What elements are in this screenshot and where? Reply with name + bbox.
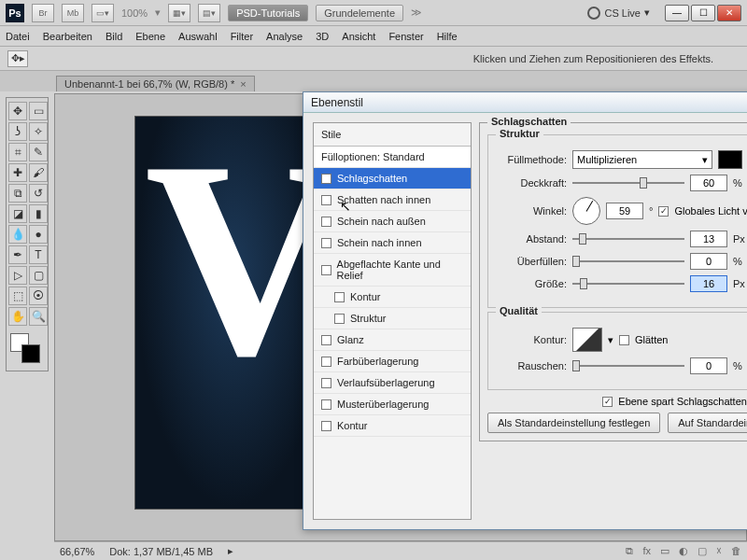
noise-input[interactable]: 0 — [690, 357, 727, 374]
history-brush-tool[interactable]: ↺ — [29, 184, 48, 203]
opacity-slider[interactable] — [572, 176, 684, 189]
style-bevel-texture[interactable]: Struktur — [314, 308, 471, 329]
size-input[interactable]: 16 — [690, 275, 727, 292]
pen-tool[interactable]: ✒ — [8, 245, 27, 264]
workspace-grundelemente[interactable]: Grundelemente — [316, 5, 403, 21]
reset-default-button[interactable]: Auf Standardeinstell — [668, 413, 747, 433]
eyedropper-tool[interactable]: ✎ — [29, 143, 48, 161]
checkbox-icon[interactable] — [321, 217, 331, 227]
checkbox-icon[interactable] — [321, 265, 331, 275]
stamp-tool[interactable]: ⧉ — [8, 184, 27, 203]
knockout-checkbox[interactable] — [602, 397, 613, 407]
dialog-title[interactable]: Ebenenstil — [303, 92, 747, 113]
menu-ansicht[interactable]: Ansicht — [342, 31, 375, 42]
style-outer-glow[interactable]: Schein nach außen — [314, 211, 471, 232]
angle-dial[interactable] — [572, 197, 600, 225]
top-zoom-label[interactable]: 100% — [121, 7, 148, 19]
distance-slider[interactable] — [572, 232, 684, 245]
style-inner-glow[interactable]: Schein nach innen — [314, 232, 471, 254]
checkbox-icon[interactable] — [334, 314, 345, 324]
spread-input[interactable]: 0 — [690, 253, 727, 270]
type-tool[interactable]: T — [29, 245, 48, 264]
menu-auswahl[interactable]: Auswahl — [178, 31, 218, 42]
workspace-psd-tutorials[interactable]: PSD-Tutorials — [228, 5, 308, 21]
extras-icon[interactable]: ▤▾ — [198, 4, 220, 22]
status-icon[interactable]: fx — [642, 545, 651, 557]
hand-tool[interactable]: ✋ — [8, 307, 27, 326]
style-bevel[interactable]: Abgeflachte Kante und Relief — [314, 254, 471, 287]
blur-tool[interactable]: 💧 — [8, 225, 27, 244]
angle-input[interactable]: 59 — [606, 203, 643, 219]
chevrons-icon[interactable]: ≫ — [411, 7, 422, 19]
cs-live[interactable]: CS Live▾ — [587, 7, 650, 20]
3d-tool[interactable]: ⬚ — [8, 287, 27, 305]
style-satin[interactable]: Glanz — [314, 329, 471, 351]
status-icon[interactable]: ▢ — [698, 545, 707, 557]
marquee-tool[interactable]: ▭ — [29, 102, 48, 120]
status-icon[interactable]: ⧉ — [626, 545, 633, 557]
checkbox-icon[interactable] — [321, 421, 331, 431]
checkbox-icon[interactable] — [321, 174, 331, 184]
checkbox-icon[interactable] — [334, 292, 345, 302]
3d-camera-tool[interactable]: ⦿ — [29, 287, 48, 305]
menu-fenster[interactable]: Fenster — [388, 31, 423, 42]
size-slider[interactable] — [572, 277, 684, 290]
contour-picker[interactable] — [572, 328, 602, 352]
style-pattern-overlay[interactable]: Musterüberlagerung — [314, 394, 471, 415]
path-select-tool[interactable]: ▷ — [8, 266, 27, 285]
style-color-overlay[interactable]: Farbüberlagerung — [314, 351, 471, 372]
healing-tool[interactable]: ✚ — [8, 163, 27, 182]
menu-ebene[interactable]: Ebene — [135, 31, 165, 42]
menu-3d[interactable]: 3D — [316, 31, 329, 42]
window-maximize-button[interactable]: ☐ — [691, 5, 715, 21]
menu-filter[interactable]: Filter — [231, 31, 253, 42]
zoom-tool[interactable]: 🔍 — [29, 307, 48, 326]
style-inner-shadow[interactable]: Schatten nach innen — [314, 189, 471, 211]
eraser-tool[interactable]: ◪ — [8, 204, 27, 223]
minibridge-icon[interactable]: Mb — [62, 4, 84, 22]
gradient-tool[interactable]: ▮ — [29, 204, 48, 223]
checkbox-icon[interactable] — [321, 195, 331, 205]
chevron-down-icon[interactable]: ▾ — [155, 7, 161, 19]
magic-wand-tool[interactable]: ✧ — [29, 122, 48, 141]
style-fill-options[interactable]: Fülloptionen: Standard — [314, 147, 471, 168]
style-drop-shadow[interactable]: Schlagschatten — [314, 168, 471, 189]
window-minimize-button[interactable]: — — [665, 5, 689, 21]
lasso-tool[interactable]: ʖ — [8, 122, 27, 141]
checkbox-icon[interactable] — [321, 399, 331, 410]
status-icon[interactable]: ☓ — [716, 545, 722, 557]
crop-tool[interactable]: ⌗ — [8, 143, 27, 161]
checkbox-icon[interactable] — [321, 335, 331, 345]
background-swatch[interactable] — [21, 344, 40, 363]
distance-input[interactable]: 13 — [690, 231, 727, 247]
chevron-down-icon[interactable]: ▾ — [608, 334, 613, 346]
style-gradient-overlay[interactable]: Verlaufsüberlagerung — [314, 372, 471, 394]
menu-bearbeiten[interactable]: Bearbeiten — [43, 31, 92, 42]
document-tab[interactable]: Unbenannt-1 bei 66,7% (W, RGB/8) * × — [56, 76, 255, 91]
menu-analyse[interactable]: Analyse — [266, 31, 303, 42]
move-tool[interactable]: ✥ — [8, 102, 27, 120]
style-stroke[interactable]: Kontur — [314, 415, 471, 437]
menu-bild[interactable]: Bild — [106, 31, 122, 42]
menu-datei[interactable]: Datei — [6, 31, 30, 42]
trash-icon[interactable]: 🗑 — [731, 545, 741, 557]
checkbox-icon[interactable] — [321, 378, 331, 388]
fill-mode-dropdown[interactable]: Multiplizieren▾ — [572, 150, 712, 169]
status-icon[interactable]: ▭ — [660, 545, 669, 557]
shape-tool[interactable]: ▢ — [29, 266, 48, 285]
move-tool-icon[interactable]: ✥▸ — [7, 50, 28, 67]
shadow-color-swatch[interactable] — [718, 150, 742, 169]
opacity-input[interactable]: 60 — [690, 175, 727, 191]
global-light-checkbox[interactable] — [658, 206, 669, 217]
screen-mode-icon[interactable]: ▭▾ — [92, 4, 114, 22]
dodge-tool[interactable]: ● — [29, 225, 48, 244]
color-swatches[interactable] — [8, 331, 48, 367]
status-icon[interactable]: ◐ — [679, 545, 688, 557]
menu-hilfe[interactable]: Hilfe — [437, 31, 458, 42]
close-icon[interactable]: × — [240, 78, 246, 90]
arrange-icon[interactable]: ▦▾ — [168, 4, 190, 22]
bridge-icon[interactable]: Br — [32, 4, 54, 22]
chevron-right-icon[interactable]: ▸ — [228, 545, 233, 557]
spread-slider[interactable] — [572, 255, 684, 268]
style-bevel-contour[interactable]: Kontur — [314, 287, 471, 308]
